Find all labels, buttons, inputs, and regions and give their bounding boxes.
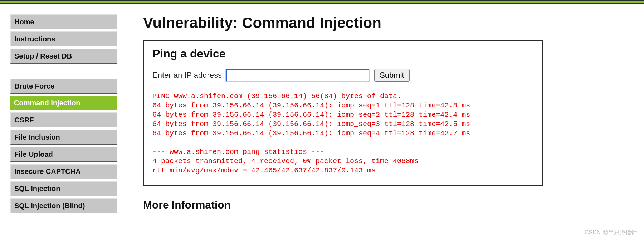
ping-panel: Ping a device Enter an IP address: Submi… [143,40,543,186]
watermark: CSDN @半只野指针 [585,229,637,236]
sidebar-item-file-upload[interactable]: File Upload [10,147,117,162]
top-accent-bar [0,0,644,4]
main-content: Vulnerability: Command Injection Ping a … [143,14,644,215]
submit-button[interactable]: Submit [374,69,409,82]
sidebar-item-instructions[interactable]: Instructions [10,31,117,46]
ip-label: Enter an IP address: [152,71,224,80]
sidebar: Home Instructions Setup / Reset DB Brute… [10,14,117,215]
sidebar-item-sql-injection-blind[interactable]: SQL Injection (Blind) [10,198,117,213]
sidebar-item-csrf[interactable]: CSRF [10,112,117,128]
sidebar-item-brute-force[interactable]: Brute Force [10,79,117,94]
ping-output: PING www.a.shifen.com (39.156.66.14) 56(… [152,92,534,175]
page-container: Home Instructions Setup / Reset DB Brute… [0,4,644,215]
sidebar-item-command-injection[interactable]: Command Injection [10,96,117,110]
sidebar-item-sql-injection[interactable]: SQL Injection [10,181,117,196]
sidebar-item-file-inclusion[interactable]: File Inclusion [10,130,117,145]
menu-group-2: Brute Force Command Injection CSRF File … [10,79,117,213]
ip-input[interactable] [226,69,369,81]
panel-title: Ping a device [152,47,534,60]
ping-form: Enter an IP address: Submit [152,69,534,82]
sidebar-item-home[interactable]: Home [10,14,117,29]
sidebar-item-insecure-captcha[interactable]: Insecure CAPTCHA [10,164,117,179]
page-title: Vulnerability: Command Injection [143,14,630,31]
more-information-heading: More Information [143,199,630,211]
sidebar-item-setup-reset-db[interactable]: Setup / Reset DB [10,49,117,64]
menu-group-1: Home Instructions Setup / Reset DB [10,14,117,64]
